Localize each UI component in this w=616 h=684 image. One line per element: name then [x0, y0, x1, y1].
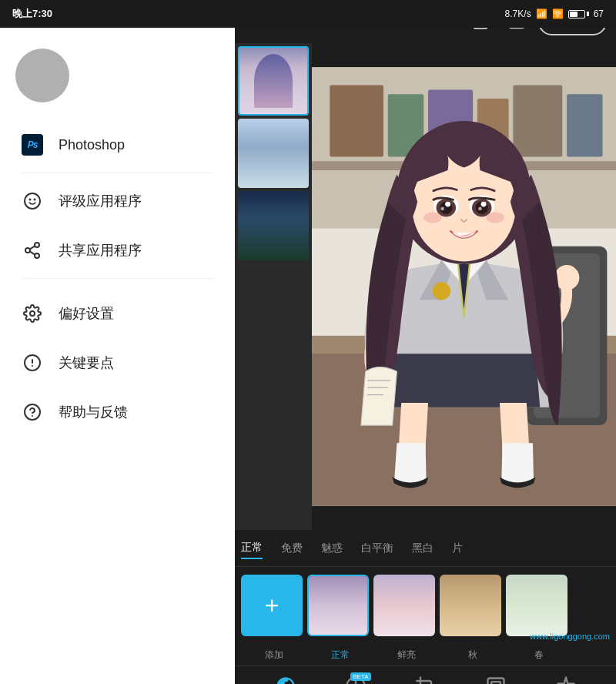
svg-point-45: [440, 207, 444, 211]
avatar: [15, 49, 69, 102]
drawer-item-key-label: 关键要点: [59, 354, 114, 372]
status-right: 8.7K/s 📶 🛜 67: [505, 8, 604, 19]
svg-point-5: [35, 253, 39, 258]
filter-tab-charm[interactable]: 魅惑: [321, 538, 343, 558]
watermark: www.ligonggong.com: [530, 632, 610, 641]
drawer-item-prefs-label: 偏好设置: [59, 304, 114, 323]
filter-thumb-vivid[interactable]: [373, 575, 435, 636]
signal-icon: 📶: [536, 8, 547, 19]
bottom-icon-toolbar: BETA: [235, 666, 616, 684]
filter-tab-more[interactable]: 片: [452, 538, 463, 558]
svg-point-12: [32, 415, 33, 417]
status-time: 晚上7:30: [12, 7, 52, 21]
filter-label-normal: 正常: [307, 649, 373, 662]
svg-point-0: [25, 193, 40, 209]
filter-label-spring: 春: [506, 649, 572, 662]
wifi-icon: 🛜: [552, 8, 564, 19]
drawer-header: [0, 28, 235, 120]
main-image-area: [312, 43, 616, 530]
gear-icon: [22, 303, 43, 324]
svg-line-7: [30, 251, 35, 254]
filter-tabs: 正常 免费 魅惑 白平衡 黑白 片: [235, 530, 616, 567]
effects-tool-btn[interactable]: [551, 671, 581, 685]
svg-point-49: [481, 202, 487, 207]
filter-thumb-normal[interactable]: [307, 575, 369, 636]
svg-point-3: [35, 243, 39, 247]
network-speed: 8.7K/s: [505, 8, 531, 19]
svg-point-10: [32, 365, 33, 367]
battery-indicator: [568, 10, 589, 18]
filter-add-btn[interactable]: +: [241, 575, 303, 636]
filter-tab-normal[interactable]: 正常: [241, 538, 263, 559]
svg-rect-30: [567, 94, 602, 156]
filter-thumb-spring[interactable]: [506, 575, 567, 636]
drawer-item-help[interactable]: 帮助与反馈: [0, 387, 235, 437]
drawer-item-share[interactable]: 共享应用程序: [0, 226, 235, 275]
help-icon: [22, 401, 43, 423]
filter-labels: 添加 正常 鲜亮 秋 春: [235, 644, 616, 666]
frame-tool-btn[interactable]: [480, 671, 511, 685]
plus-icon: +: [265, 593, 280, 618]
filter-tab-wb[interactable]: 白平衡: [361, 538, 393, 558]
battery-level: 67: [594, 8, 604, 19]
filter-label-add: 添加: [241, 649, 307, 662]
svg-line-6: [30, 246, 35, 249]
adjust-tool-btn[interactable]: BETA: [340, 671, 371, 685]
crop-tool-btn[interactable]: [410, 671, 441, 685]
filter-tab-free[interactable]: 免费: [281, 538, 303, 558]
svg-point-36: [433, 282, 450, 300]
drawer-item-share-label: 共享应用程序: [59, 241, 142, 260]
rate-icon: [22, 190, 43, 212]
svg-rect-25: [330, 86, 383, 157]
thumb-item-2[interactable]: [238, 119, 309, 188]
drawer-item-photoshop[interactable]: Ps Photoshop: [0, 120, 235, 169]
svg-point-50: [478, 207, 482, 211]
drawer-menu: Ps Photoshop 评级应用程序: [0, 120, 235, 684]
divider-1: [22, 173, 213, 173]
drawer-item-key[interactable]: 关键要点: [0, 338, 235, 387]
drawer-item-prefs[interactable]: 偏好设置: [0, 289, 235, 338]
drawer-item-help-label: 帮助与反馈: [59, 403, 128, 421]
thumb-item-1[interactable]: [238, 46, 309, 116]
thumb-item-3[interactable]: [238, 191, 309, 260]
svg-point-4: [25, 248, 30, 253]
filters-tool-btn[interactable]: [270, 671, 301, 685]
ps-icon: Ps: [22, 134, 43, 156]
thumbnail-strip: [235, 43, 312, 530]
drawer-item-rate-label: 评级应用程序: [59, 192, 142, 210]
warning-icon: [22, 352, 43, 374]
bottom-panel: 正常 免费 魅惑 白平衡 黑白 片 +: [235, 530, 616, 684]
anime-image: [312, 43, 616, 530]
filter-label-vivid: 鲜亮: [373, 649, 440, 662]
svg-point-51: [424, 213, 441, 223]
svg-point-44: [445, 202, 450, 207]
filter-thumb-autumn[interactable]: [440, 575, 501, 636]
divider-2: [22, 278, 213, 279]
beta-badge: BETA: [350, 672, 370, 681]
svg-point-1: [29, 199, 32, 201]
svg-point-52: [487, 213, 504, 223]
share-icon: [22, 240, 43, 261]
editor-panel: 下一步: [235, 0, 616, 684]
left-drawer: Ps Photoshop 评级应用程序: [0, 28, 235, 684]
drawer-item-rate[interactable]: 评级应用程序: [0, 176, 235, 226]
drawer-item-photoshop-label: Photoshop: [59, 137, 125, 153]
spacer-1: [0, 283, 235, 284]
filter-label-autumn: 秋: [440, 649, 506, 662]
svg-rect-29: [513, 86, 562, 157]
svg-point-2: [34, 199, 36, 201]
filter-tab-bw[interactable]: 黑白: [412, 538, 434, 558]
status-bar: 晚上7:30 8.7K/s 📶 🛜 67: [0, 0, 616, 28]
